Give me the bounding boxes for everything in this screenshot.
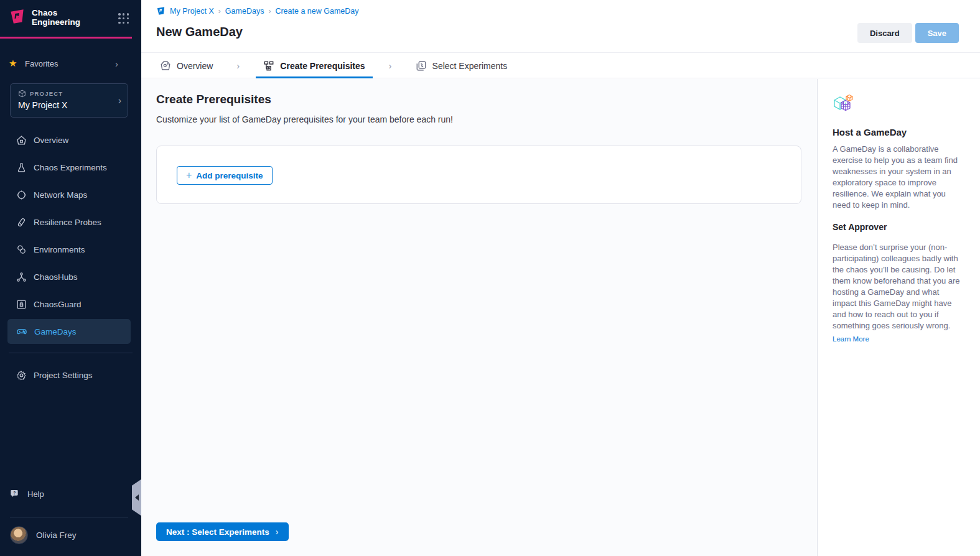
network-map-icon xyxy=(16,190,27,200)
app-window: Chaos Engineering ★ Favorites › PROJECT … xyxy=(0,0,980,556)
page-header: My Project X › GameDays › Create a new G… xyxy=(141,0,980,53)
nav-label: ChaosHubs xyxy=(34,272,78,282)
help-label: Help xyxy=(27,489,44,499)
breadcrumb-link-project[interactable]: My Project X xyxy=(170,7,214,16)
section-subheading: Customize your list of GameDay prerequis… xyxy=(156,114,453,124)
breadcrumb-link-create[interactable]: Create a new GameDay xyxy=(275,7,358,16)
sidebar-item-favorites[interactable]: ★ Favorites › xyxy=(0,53,132,73)
chevron-right-icon: › xyxy=(276,527,279,537)
next-select-experiments-button[interactable]: Next : Select Experiments › xyxy=(156,522,289,541)
sidebar-item-help[interactable]: ? Help xyxy=(10,489,44,499)
breadcrumb-link-gamedays[interactable]: GameDays xyxy=(225,7,264,16)
cube-icon xyxy=(18,90,26,98)
nav-label: Resilience Probes xyxy=(34,218,101,227)
home-icon xyxy=(16,135,27,146)
discard-button[interactable]: Discard xyxy=(857,23,912,43)
tab-label: Overview xyxy=(177,61,213,71)
page-title: New GameDay xyxy=(156,25,243,39)
help-chat-icon: ? xyxy=(10,489,20,499)
breadcrumb-separator: › xyxy=(268,7,271,16)
nav-label: GameDays xyxy=(34,327,77,336)
app-logo: Chaos Engineering xyxy=(9,8,94,27)
app-title: Chaos Engineering xyxy=(32,8,94,27)
chevron-right-icon: › xyxy=(115,58,118,69)
tab-overview[interactable]: Overview xyxy=(152,53,220,78)
environments-icon xyxy=(16,244,27,255)
probe-icon xyxy=(16,217,27,228)
section-heading: Create Prerequisites xyxy=(156,93,271,106)
nav-label: Environments xyxy=(34,245,85,254)
add-prerequisite-label: Add prerequisite xyxy=(196,171,263,180)
overview-tab-icon xyxy=(160,60,171,72)
cubes-icon xyxy=(833,93,855,113)
nav-label: ChaosGuard xyxy=(34,300,82,309)
prerequisites-card: + Add prerequisite xyxy=(156,146,801,204)
nav-label: Project Settings xyxy=(34,371,93,380)
nav-label: Overview xyxy=(34,136,68,145)
user-profile[interactable]: Olivia Frey xyxy=(10,526,77,544)
help-panel: Host a GameDay A GameDay is a collaborat… xyxy=(817,79,980,556)
help-title: Host a GameDay xyxy=(833,127,964,137)
lock-icon xyxy=(16,299,27,310)
avatar xyxy=(10,526,28,544)
nav-label: Chaos Experiments xyxy=(34,163,107,172)
next-button-label: Next : Select Experiments xyxy=(166,527,269,537)
chevron-right-icon: › xyxy=(389,60,392,71)
experiments-tab-icon xyxy=(416,60,427,72)
gamepad-icon xyxy=(16,326,27,337)
project-label: PROJECT xyxy=(30,90,63,97)
harness-breadcrumb-icon xyxy=(156,6,166,16)
sidebar-item-gamedays[interactable]: GameDays xyxy=(7,319,131,344)
wizard-tabs: Overview › Create Prerequisites › Select… xyxy=(141,53,980,78)
project-name: My Project X xyxy=(18,100,128,110)
tab-label: Select Experiments xyxy=(432,61,508,71)
chevron-right-icon: › xyxy=(118,95,121,106)
breadcrumb: My Project X › GameDays › Create a new G… xyxy=(156,6,358,16)
app-grid-icon[interactable] xyxy=(118,13,129,24)
sidebar-item-chaos-experiments[interactable]: Chaos Experiments xyxy=(0,154,141,181)
user-name: Olivia Frey xyxy=(36,531,77,540)
project-selector[interactable]: PROJECT My Project X › xyxy=(10,83,128,118)
breadcrumb-separator: › xyxy=(218,7,221,16)
nav-label: Network Maps xyxy=(34,190,87,200)
main-content: Create Prerequisites Customize your list… xyxy=(141,79,817,556)
chevron-right-icon: › xyxy=(236,60,240,71)
add-prerequisite-button[interactable]: + Add prerequisite xyxy=(177,166,273,185)
sidebar: Chaos Engineering ★ Favorites › PROJECT … xyxy=(0,0,141,556)
favorites-label: Favorites xyxy=(25,59,58,68)
gear-icon xyxy=(16,370,27,381)
sidebar-item-network-maps[interactable]: Network Maps xyxy=(0,181,141,208)
brand-divider xyxy=(0,37,132,39)
tab-label: Create Prerequisites xyxy=(280,61,365,71)
plus-icon: + xyxy=(186,170,192,181)
divider xyxy=(10,517,128,517)
sidebar-item-project-settings[interactable]: Project Settings xyxy=(0,361,141,389)
help-body: A GameDay is a collaborative exercise to… xyxy=(833,144,964,211)
help-subtitle: Set Approver xyxy=(833,222,964,232)
save-button[interactable]: Save xyxy=(915,23,959,43)
sidebar-item-environments[interactable]: Environments xyxy=(0,236,141,263)
hub-nodes-icon xyxy=(16,272,27,282)
flask-icon xyxy=(16,162,27,173)
sidebar-item-chaosguard[interactable]: ChaosGuard xyxy=(0,290,141,318)
svg-text:?: ? xyxy=(13,491,16,495)
nav-divider xyxy=(9,353,133,353)
learn-more-link[interactable]: Learn More xyxy=(833,335,869,343)
sidebar-nav: Overview Chaos Experiments Network Maps … xyxy=(0,126,141,389)
sidebar-item-overview[interactable]: Overview xyxy=(0,126,141,154)
help-body2: Please don’t surprise your (non-particip… xyxy=(833,242,964,331)
prerequisites-tab-icon xyxy=(263,60,274,72)
tab-select-experiments[interactable]: Select Experiments xyxy=(408,53,515,78)
harness-logo-icon xyxy=(9,8,26,25)
sidebar-item-resilience-probes[interactable]: Resilience Probes xyxy=(0,208,141,236)
star-icon: ★ xyxy=(9,58,25,69)
tab-create-prerequisites[interactable]: Create Prerequisites xyxy=(256,53,372,78)
sidebar-item-chaoshubs[interactable]: ChaosHubs xyxy=(0,263,141,290)
